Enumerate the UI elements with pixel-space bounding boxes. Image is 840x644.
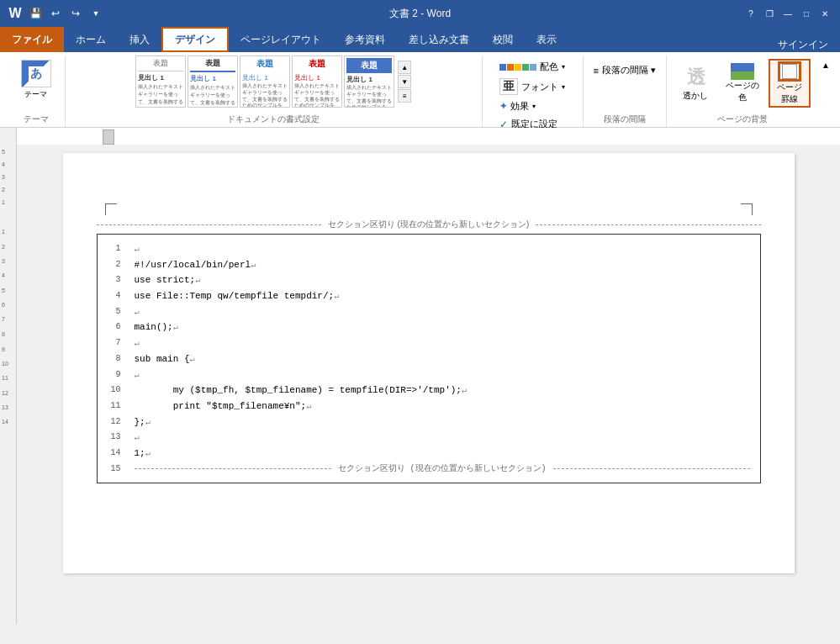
page-border-button[interactable]: ページ 罫線: [769, 59, 811, 108]
ribbon-group-page-bg: 透 透かし ページの色 ページ 罫線 ページの背景: [667, 55, 818, 127]
corner-marker-tr: [741, 203, 753, 215]
tab-review[interactable]: 校閲: [481, 27, 525, 52]
code-line-11: 11 print "$tmp_filename¥n";↵: [108, 399, 750, 414]
blank-line-2: [97, 185, 761, 200]
theme-group-content: あ テーマ: [14, 55, 58, 112]
section-break-line-right-1: [536, 224, 760, 225]
tab-references[interactable]: 参考資料: [333, 27, 397, 52]
ribbon-group-styles: 表題 見出し 1 挿入されたテキストギャラリーを使って、文書を装飾するためのサン…: [66, 55, 483, 127]
style-preview-4[interactable]: 表題 見出し 1 挿入されたテキストギャラリーを使って、文書を装飾するためのサン…: [292, 55, 342, 108]
section-break-1: セクション区切り (現在の位置から新しいセクション): [97, 219, 761, 230]
line-num-11: 11: [108, 399, 121, 414]
code-line-4: 4 use File::Temp qw/tempfile tempdir/;↵: [108, 288, 750, 304]
code-box[interactable]: 1 ↵ 2 #!/usr/local/bin/perl↵ 3 use stric…: [97, 234, 761, 483]
line-content-13: ↵: [135, 430, 750, 446]
corner-marker-tl: [105, 203, 117, 215]
watermark-label: 透かし: [683, 90, 708, 102]
blank-line-1: [97, 170, 761, 185]
styles-content: 表題 見出し 1 挿入されたテキストギャラリーを使って、文書を装飾するためのサン…: [135, 55, 411, 112]
undo-qa-btn[interactable]: ↩: [47, 5, 64, 22]
line-content-4: use File::Temp qw/tempfile tempdir/;↵: [135, 288, 750, 304]
minimize-btn[interactable]: —: [779, 5, 796, 22]
style-scroll-down[interactable]: ▼: [398, 75, 411, 88]
tab-insert[interactable]: 挿入: [118, 27, 161, 52]
style-preview-1[interactable]: 表題 見出し 1 挿入されたテキストギャラリーを使って、文書を装飾するためのサン…: [135, 55, 186, 108]
window-title: 文書 2 - Word: [389, 7, 451, 21]
ribbon-collapse-btn[interactable]: ▲: [818, 59, 833, 71]
watermark-button[interactable]: 透 透かし: [674, 59, 716, 108]
line-content-5: ↵: [135, 304, 750, 320]
line-num-9: 9: [108, 367, 121, 383]
page-color-button[interactable]: ページの色: [721, 59, 763, 108]
colors-label: 配色: [540, 61, 558, 73]
section-break-line-right-2: [553, 468, 750, 469]
ribbon-group-colors-fonts: 配色 ▾ 亜 フォント ▾ ✦ 効果 ▾ ✓ 既定に設定 -: [483, 55, 584, 127]
style-preview-2[interactable]: 表題 見出し 1 挿入されたテキストギャラリーを使って、文書を装飾するためのサン…: [188, 55, 238, 108]
theme-label: テーマ: [24, 89, 47, 100]
document-area: セクション区切り (現在の位置から新しいセクション) 1 ↵ 2 #!/usr/…: [17, 145, 840, 624]
code-line-7: 7 ↵: [108, 335, 750, 351]
font-button[interactable]: 亜 フォント ▾: [496, 77, 568, 97]
line-content-3: use strict;↵: [135, 272, 750, 288]
blank-line-after-code: [97, 483, 761, 499]
tab-design[interactable]: デザイン: [161, 27, 229, 52]
close-btn[interactable]: ✕: [816, 5, 833, 22]
para-spacing-button[interactable]: ≡ 段落の間隔 ▾: [590, 62, 659, 78]
code-line-10: 10 my ($tmp_fh, $tmp_filename) = tempfil…: [108, 383, 750, 399]
section-break-text-2: セクション区切り (現在の位置から新しいセクション): [331, 462, 553, 476]
maximize-btn[interactable]: □: [798, 5, 815, 22]
tab-page-layout[interactable]: ページレイアウト: [229, 27, 333, 52]
tab-file[interactable]: ファイル: [0, 27, 64, 52]
section-break-line-left-1: [97, 224, 321, 225]
code-line-12: 12 };↵: [108, 414, 750, 430]
colors-button[interactable]: 配色 ▾: [496, 59, 568, 75]
line-content-12: };↵: [135, 414, 750, 430]
font-chevron: ▾: [562, 83, 565, 91]
more-qa-btn[interactable]: ▼: [87, 5, 104, 22]
style-preview-3[interactable]: 表題 見出し 1 挿入されたテキストギャラリーを使って、文書を装飾するためのサン…: [240, 55, 290, 108]
restore-btn[interactable]: ❐: [761, 5, 778, 22]
code-line-13: 13 ↵: [108, 430, 750, 446]
signin-link[interactable]: サインイン: [766, 38, 840, 52]
effects-button[interactable]: ✦ 効果 ▾: [496, 98, 539, 114]
line-num-5: 5: [108, 304, 121, 320]
line-num-15: 15: [108, 462, 121, 476]
line-num-8: 8: [108, 351, 121, 367]
tab-mailings[interactable]: 差し込み文書: [397, 27, 481, 52]
code-line-6: 6 main();↵: [108, 319, 750, 335]
left-margin-indicator: [103, 129, 114, 145]
theme-button[interactable]: あ テーマ: [14, 55, 58, 104]
style-more-btn[interactable]: ≡: [398, 89, 411, 103]
code-line-3: 3 use strict;↵: [108, 272, 750, 288]
line-num-2: 2: [108, 257, 121, 273]
window-controls: ? ❐ — □ ✕: [742, 5, 833, 22]
save-qa-btn[interactable]: 💾: [27, 5, 44, 22]
line-content-14: 1;↵: [135, 446, 750, 462]
line-content-11: print "$tmp_filename¥n";↵: [135, 399, 750, 414]
page-color-label: ページの色: [726, 80, 759, 103]
code-line-15: 15 セクション区切り (現在の位置から新しいセクション): [108, 462, 750, 476]
redo-qa-btn[interactable]: ↪: [67, 5, 84, 22]
line-num-7: 7: [108, 335, 121, 351]
style-scroll-controls: ▲ ▼ ≡: [398, 61, 411, 103]
para-spacing-icon: ≡: [594, 66, 599, 76]
vertical-ruler: 5 4 3 2 1 1 2 3 4 5 6 7 8 9 10 11 12 13 …: [0, 145, 17, 624]
colors-fonts-content: 配色 ▾ 亜 フォント ▾ ✦ 効果 ▾ ✓ 既定に設定: [496, 55, 568, 132]
page-bg-content: 透 透かし ページの色 ページ 罫線: [674, 55, 811, 112]
line-content-7: ↵: [135, 335, 750, 351]
tab-home[interactable]: ホーム: [64, 27, 118, 52]
line-num-1: 1: [108, 241, 121, 257]
tab-view[interactable]: 表示: [525, 27, 568, 52]
ribbon-group-theme: あ テーマ テーマ: [7, 55, 66, 127]
styles-group-label: ドキュメントの書式設定: [227, 112, 320, 127]
style-preview-5[interactable]: 表題 見出し 1 挿入されたテキストギャラリーを使って、文書を装飾するためのサン…: [344, 55, 394, 108]
ruler-left-margin: [0, 128, 17, 145]
style-scroll-up[interactable]: ▲: [398, 61, 411, 74]
theme-group-label: テーマ: [24, 112, 49, 127]
ribbon-collapse-area: ▲: [818, 55, 833, 127]
line-num-12: 12: [108, 414, 121, 430]
section-break-text-1: セクション区切り (現在の位置から新しいセクション): [321, 219, 536, 230]
help-btn[interactable]: ?: [742, 5, 759, 22]
ruler-track: 8 6 4 2 2 4 6 8 10 12 14 16 18 20 22 24 …: [17, 128, 840, 145]
line-num-10: 10: [108, 383, 121, 399]
